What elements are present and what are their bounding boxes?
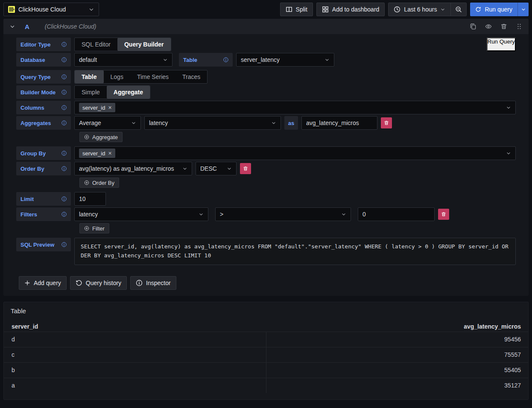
datasource-picker[interactable]: ClickHouse Cloud bbox=[3, 3, 99, 16]
builder-mode-simple-option[interactable]: Simple bbox=[75, 86, 107, 99]
chip-label: server_id bbox=[82, 150, 105, 157]
cell-avg-latency: 75557 bbox=[504, 351, 521, 358]
chevron-down-icon bbox=[227, 166, 232, 171]
editor-type-label: Editor Type bbox=[16, 38, 71, 51]
info-icon[interactable] bbox=[61, 120, 67, 125]
query-builder-option[interactable]: Query Builder bbox=[117, 38, 171, 51]
info-icon[interactable] bbox=[61, 42, 67, 47]
chevron-down-icon bbox=[324, 57, 330, 62]
query-builder-form: Editor Type SQL Editor Query Builder Run… bbox=[3, 34, 529, 290]
sql-editor-option[interactable]: SQL Editor bbox=[75, 38, 117, 51]
chip-label: server_id bbox=[82, 105, 105, 111]
table-row[interactable]: c 75557 bbox=[4, 347, 528, 362]
query-row-header[interactable]: A (ClickHouse Cloud) bbox=[3, 19, 529, 34]
remove-order-by-button[interactable] bbox=[240, 163, 251, 174]
add-aggregate-button[interactable]: Aggregate bbox=[79, 132, 123, 142]
chevron-down-icon bbox=[163, 57, 168, 62]
duplicate-query-button[interactable] bbox=[470, 23, 476, 30]
query-type-table-option[interactable]: Table bbox=[75, 70, 104, 83]
chevron-down-icon bbox=[131, 120, 136, 125]
column-header-avg-latency[interactable]: avg_latency_micros bbox=[464, 323, 521, 330]
eye-icon bbox=[485, 23, 492, 30]
order-by-field-select[interactable]: avg(latency) as avg_latency_micros bbox=[74, 162, 192, 175]
filter-value-input[interactable]: 0 bbox=[358, 207, 435, 221]
query-type-timeseries-option[interactable]: Time Series bbox=[130, 70, 175, 83]
time-range-label: Last 6 hours bbox=[404, 6, 437, 13]
filter-operator-select[interactable]: > bbox=[215, 207, 351, 221]
table-row[interactable]: b 55405 bbox=[4, 362, 528, 378]
order-by-label: Order By bbox=[16, 162, 71, 175]
aggregate-column-value: latency bbox=[149, 119, 168, 126]
query-history-button[interactable]: Query history bbox=[70, 276, 127, 290]
remove-filter-button[interactable] bbox=[438, 209, 449, 220]
info-icon[interactable] bbox=[61, 105, 67, 110]
column-header-server-id[interactable]: server_id bbox=[12, 323, 38, 330]
run-query-split-button: Run query bbox=[470, 3, 529, 16]
zoom-out-time-button[interactable] bbox=[451, 3, 466, 16]
database-value: default bbox=[79, 56, 97, 63]
remove-chip-icon[interactable]: × bbox=[108, 150, 111, 156]
builder-mode-aggregate-option[interactable]: Aggregate bbox=[107, 86, 150, 99]
query-type-traces-option[interactable]: Traces bbox=[175, 70, 207, 83]
limit-input[interactable]: 10 bbox=[74, 192, 106, 206]
info-icon[interactable] bbox=[61, 57, 67, 62]
table-row[interactable]: a 35127 bbox=[4, 378, 528, 393]
info-icon[interactable] bbox=[223, 57, 228, 62]
inspector-button[interactable]: Inspector bbox=[130, 276, 176, 290]
aggregate-function-value: Average bbox=[79, 119, 101, 126]
order-by-direction-select[interactable]: DESC bbox=[196, 162, 237, 175]
sync-icon bbox=[475, 6, 481, 12]
add-query-button[interactable]: Add query bbox=[19, 276, 67, 290]
remove-aggregate-button[interactable] bbox=[381, 117, 392, 128]
info-icon[interactable] bbox=[61, 212, 67, 217]
info-circle-icon bbox=[136, 280, 143, 286]
cell-avg-latency: 35127 bbox=[504, 382, 521, 389]
plus-circle-icon bbox=[84, 134, 89, 140]
panel-title: Table bbox=[4, 306, 528, 321]
run-query-dropdown-button[interactable] bbox=[517, 3, 529, 16]
group-by-label: Group By bbox=[16, 146, 71, 160]
info-icon[interactable] bbox=[61, 196, 67, 201]
run-query-button[interactable]: Run query bbox=[470, 3, 517, 16]
filter-field-select[interactable]: latency bbox=[74, 207, 208, 221]
remove-chip-icon[interactable]: × bbox=[108, 105, 111, 111]
add-aggregate-label: Aggregate bbox=[92, 134, 118, 140]
table-row[interactable]: d 95456 bbox=[4, 332, 528, 347]
info-icon[interactable] bbox=[61, 151, 67, 156]
collapse-chevron-icon[interactable] bbox=[9, 23, 15, 29]
drag-handle[interactable] bbox=[516, 23, 523, 30]
order-by-field-value: avg(latency) as avg_latency_micros bbox=[79, 165, 174, 172]
query-type-toggle: Table Logs Time Series Traces bbox=[74, 70, 208, 84]
info-icon[interactable] bbox=[61, 242, 67, 247]
table-select[interactable]: server_latency bbox=[236, 53, 334, 67]
aggregate-column-select[interactable]: latency bbox=[144, 116, 281, 130]
hide-query-button[interactable] bbox=[485, 23, 492, 30]
split-label: Split bbox=[296, 6, 307, 13]
query-type-logs-option[interactable]: Logs bbox=[104, 70, 130, 83]
aggregate-alias-input[interactable]: avg_latency_micros bbox=[301, 116, 377, 130]
chevron-down-icon bbox=[521, 7, 526, 12]
editor-run-query-button[interactable]: Run Query bbox=[487, 38, 516, 51]
grip-dots-icon bbox=[516, 23, 523, 30]
database-select[interactable]: default bbox=[74, 53, 172, 67]
time-range-picker[interactable]: Last 6 hours bbox=[389, 3, 450, 16]
add-order-by-button[interactable]: Order By bbox=[79, 178, 119, 188]
query-history-label: Query history bbox=[86, 280, 121, 286]
group-by-multiselect[interactable]: server_id × bbox=[74, 146, 516, 160]
add-filter-button[interactable]: Filter bbox=[79, 223, 109, 233]
split-button[interactable]: Split bbox=[280, 3, 313, 16]
chevron-down-icon bbox=[182, 166, 187, 171]
info-icon[interactable] bbox=[61, 74, 67, 79]
info-icon[interactable] bbox=[61, 90, 67, 95]
query-type-label: Query Type bbox=[16, 70, 71, 84]
builder-mode-label: Builder Mode bbox=[16, 85, 71, 99]
query-ref-id[interactable]: A bbox=[25, 23, 29, 30]
limit-label: Limit bbox=[16, 192, 71, 206]
aggregate-function-select[interactable]: Average bbox=[74, 116, 141, 130]
info-icon[interactable] bbox=[61, 166, 67, 171]
add-to-dashboard-button[interactable]: Add to dashboard bbox=[316, 3, 385, 16]
cell-server-id: d bbox=[12, 336, 15, 343]
add-order-by-label: Order By bbox=[92, 180, 114, 186]
columns-multiselect[interactable]: server_id × bbox=[74, 101, 516, 114]
remove-query-button[interactable] bbox=[500, 23, 507, 30]
